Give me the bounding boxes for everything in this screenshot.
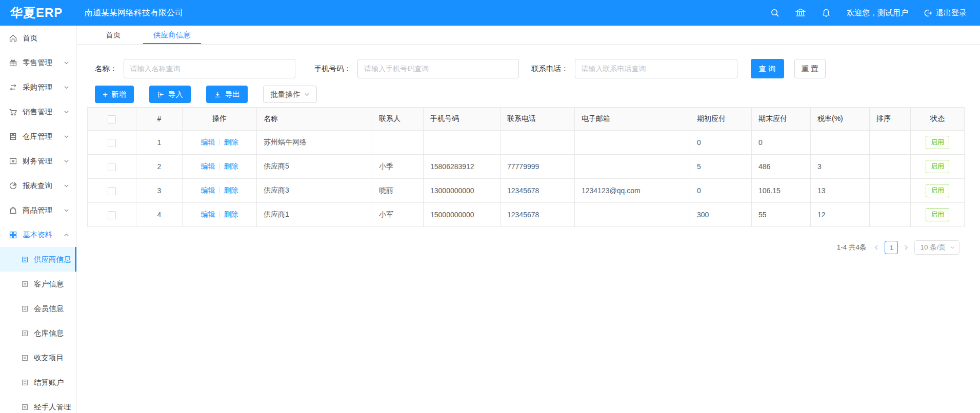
col-sort: 排序 [870,108,911,131]
doc-icon [21,354,29,362]
logout-button[interactable]: 退出登录 [924,8,967,18]
company-name: 南通某某网络科技有限公司 [85,0,183,26]
delete-link[interactable]: 删除 [224,186,238,194]
sidebar-nav: 首页 零售管理 采购管理 销售管理 仓库管理 [0,26,77,413]
gift-icon [8,58,17,67]
sidebar-subitem-customer[interactable]: 客户信息 [0,272,76,296]
sidebar-subitem-inout-item[interactable]: 收支项目 [0,345,76,370]
status-badge[interactable]: 启用 [926,208,949,221]
edit-link[interactable]: 编辑 [201,138,215,146]
col-name: 名称 [257,108,372,131]
sidebar-item-home[interactable]: 首页 [0,26,76,50]
sidebar-item-sales[interactable]: 销售管理 [0,99,76,124]
table-header-row: # 操作 名称 联系人 手机号码 联系电话 电子邮箱 期初应付 期末应付 税率(… [88,108,965,131]
import-icon [157,91,165,98]
edit-link[interactable]: 编辑 [201,162,215,170]
chevron-down-icon [64,158,69,164]
doc-icon [21,304,29,313]
top-header: 华夏ERP 南通某某网络科技有限公司 欢迎您，测试用户 退出登录 [0,0,980,26]
delete-link[interactable]: 删除 [224,162,238,170]
table-row: 2 编辑删除 供应商5 小季 15806283912 77779999 5 48… [88,155,965,179]
status-badge[interactable]: 启用 [926,160,949,173]
bell-icon[interactable] [821,8,831,18]
page-size-select[interactable]: 10 条/页 [914,240,959,255]
tab-bar: 首页 供应商信息 [77,26,980,45]
mobile-filter-label: 手机号码： [314,64,352,74]
mobile-filter-input[interactable] [357,59,519,78]
name-filter-label: 名称： [95,64,117,74]
chevron-down-icon [304,92,310,97]
select-all-checkbox[interactable] [108,115,116,123]
sidebar-subitem-member[interactable]: 会员信息 [0,296,76,321]
sidebar-subitem-account[interactable]: 结算账户 [0,370,76,395]
sidebar-item-report[interactable]: 报表查询 [0,173,76,198]
bag-icon [8,205,17,215]
col-index: # [136,108,183,131]
import-button[interactable]: 导入 [149,86,191,103]
sidebar-item-warehouse[interactable]: 仓库管理 [0,124,76,149]
sidebar-item-basedata[interactable]: 基本资料 [0,222,76,247]
toolbar: + 新增 导入 导出 批量操作 [95,86,980,103]
name-filter-input[interactable] [124,59,295,78]
row-checkbox[interactable] [108,211,116,219]
next-page-icon[interactable] [903,244,909,251]
search-icon[interactable] [770,8,780,18]
prev-page-icon[interactable] [873,244,879,251]
main-content: 首页 供应商信息 名称： 手机号码： 联系电话： 查 询 重 置 + 新增 导入… [77,26,980,413]
export-button[interactable]: 导出 [206,86,248,103]
add-button[interactable]: + 新增 [95,86,134,103]
sidebar-item-purchase[interactable]: 采购管理 [0,75,76,99]
tab-home[interactable]: 首页 [97,26,129,44]
table-row: 3 编辑删除 供应商3 晓丽 13000000000 12345678 1234… [88,179,965,203]
row-checkbox[interactable] [108,139,116,147]
search-button[interactable]: 查 询 [751,59,784,78]
sidebar-item-retail[interactable]: 零售管理 [0,50,76,75]
row-checkbox[interactable] [108,187,116,195]
sidebar-subitem-depot[interactable]: 仓库信息 [0,321,76,345]
chevron-down-icon [950,245,955,250]
sidebar-item-finance[interactable]: 财务管理 [0,149,76,173]
col-action: 操作 [183,108,257,131]
sidebar-subitem-handler[interactable]: 经手人管理 [0,395,76,413]
chevron-down-icon [64,208,69,213]
batch-actions-dropdown[interactable]: 批量操作 [263,86,317,103]
table-row: 4 编辑删除 供应商1 小军 15000000000 12345678 300 … [88,203,965,227]
col-tax: 税率(%) [811,108,870,131]
edit-link[interactable]: 编辑 [201,186,215,194]
chevron-down-icon [64,134,69,139]
table-row: 1 编辑删除 苏州蜗牛网络 0 0 启用 [88,131,965,155]
sidebar-item-goods[interactable]: 商品管理 [0,198,76,222]
tel-filter-label: 联系电话： [531,64,569,74]
row-checkbox[interactable] [108,163,116,171]
cart-icon [8,107,17,116]
status-badge[interactable]: 启用 [926,184,949,197]
welcome-user-text: 欢迎您，测试用户 [847,8,908,18]
export-icon [214,91,222,98]
doc-icon [21,329,29,337]
bank-icon[interactable] [795,8,806,18]
delete-link[interactable]: 删除 [224,138,238,146]
filter-row: 名称： 手机号码： 联系电话： 查 询 重 置 [95,59,980,78]
col-contact: 联系人 [372,108,424,131]
app-logo: 华夏ERP [10,0,63,26]
chevron-down-icon [64,60,69,66]
chevron-down-icon [64,109,69,115]
page-number[interactable]: 1 [885,241,898,254]
col-end: 期末应付 [752,108,811,131]
reset-button[interactable]: 重 置 [794,59,826,78]
chevron-down-icon [64,85,69,90]
chevron-down-icon [64,183,69,189]
grid-icon [8,230,17,239]
col-email: 电子邮箱 [575,108,690,131]
sidebar-subitem-supplier[interactable]: 供应商信息 [0,247,76,272]
pie-chart-icon [8,181,17,190]
doc-icon [21,280,29,288]
edit-link[interactable]: 编辑 [201,210,215,218]
money-icon [8,156,17,166]
swap-icon [8,82,17,92]
status-badge[interactable]: 启用 [926,136,949,149]
delete-link[interactable]: 删除 [224,210,238,218]
col-begin: 期初应付 [690,108,752,131]
tel-filter-input[interactable] [575,59,737,78]
tab-supplier[interactable]: 供应商信息 [143,26,201,44]
